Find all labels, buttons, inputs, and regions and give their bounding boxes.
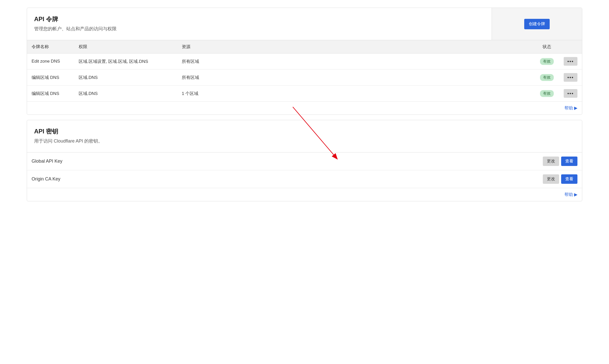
more-actions-button[interactable]: ••• [564,73,577,82]
table-row: 编辑区域 DNS 区域.DNS 1 个区域 有效 ••• [27,86,582,102]
view-key-button[interactable]: 查看 [561,174,577,184]
more-actions-button[interactable]: ••• [564,57,577,66]
column-header-status: 状态 [534,44,560,50]
api-tokens-subtitle: 管理您的帐户、站点和产品的访问与权限 [34,26,485,32]
api-tokens-header: API 令牌 管理您的帐户、站点和产品的访问与权限 创建令牌 [27,8,582,40]
triangle-right-icon: ▶ [574,192,577,197]
status-badge: 有效 [540,90,554,97]
more-actions-button[interactable]: ••• [564,89,577,98]
help-label: 帮助 [564,192,573,198]
table-row: Edit zone DNS 区域.区域设置, 区域.区域, 区域.DNS 所有区… [27,53,582,69]
table-row: 编辑区域 DNS 区域.DNS 所有区域 有效 ••• [27,69,582,86]
token-permissions: 区域.DNS [79,91,182,96]
api-keys-card: API 密钥 用于访问 Cloudflare API 的密钥。 Global A… [27,120,582,201]
token-resources: 所有区域 [182,75,534,80]
token-status: 有效 [534,90,560,97]
keys-help-link[interactable]: 帮助 ▶ [27,188,582,201]
column-header-permissions: 权限 [79,44,182,50]
column-header-resources: 资源 [182,44,534,50]
api-tokens-header-right: 创建令牌 [492,8,582,40]
triangle-right-icon: ▶ [574,105,577,111]
key-row: Origin CA Key 更改 查看 [27,170,582,188]
api-tokens-card: API 令牌 管理您的帐户、站点和产品的访问与权限 创建令牌 令牌名称 权限 资… [27,8,582,115]
change-key-button[interactable]: 更改 [543,157,559,166]
token-status: 有效 [534,74,560,81]
tokens-help-link[interactable]: 帮助 ▶ [27,102,582,115]
change-key-button[interactable]: 更改 [543,174,559,184]
key-row: Global API Key 更改 查看 [27,152,582,170]
view-key-button[interactable]: 查看 [561,157,577,166]
create-token-button[interactable]: 创建令牌 [524,19,550,29]
column-header-name: 令牌名称 [32,44,79,50]
token-resources: 所有区域 [182,59,534,64]
status-badge: 有效 [540,58,554,65]
api-keys-header: API 密钥 用于访问 Cloudflare API 的密钥。 [27,120,582,152]
help-label: 帮助 [564,105,573,111]
api-tokens-title: API 令牌 [34,15,485,23]
token-resources: 1 个区域 [182,91,534,96]
token-permissions: 区域.区域设置, 区域.区域, 区域.DNS [79,59,182,64]
api-keys-subtitle: 用于访问 Cloudflare API 的密钥。 [34,138,575,144]
api-keys-title: API 密钥 [34,127,575,135]
tokens-table-header: 令牌名称 权限 资源 状态 [27,40,582,53]
token-status: 有效 [534,58,560,65]
token-name: 编辑区域 DNS [32,75,79,80]
key-name: Global API Key [32,159,62,164]
token-name: 编辑区域 DNS [32,91,79,96]
token-permissions: 区域.DNS [79,75,182,80]
key-name: Origin CA Key [32,176,60,182]
token-name: Edit zone DNS [32,59,79,64]
api-tokens-header-left: API 令牌 管理您的帐户、站点和产品的访问与权限 [27,8,492,40]
status-badge: 有效 [540,74,554,81]
